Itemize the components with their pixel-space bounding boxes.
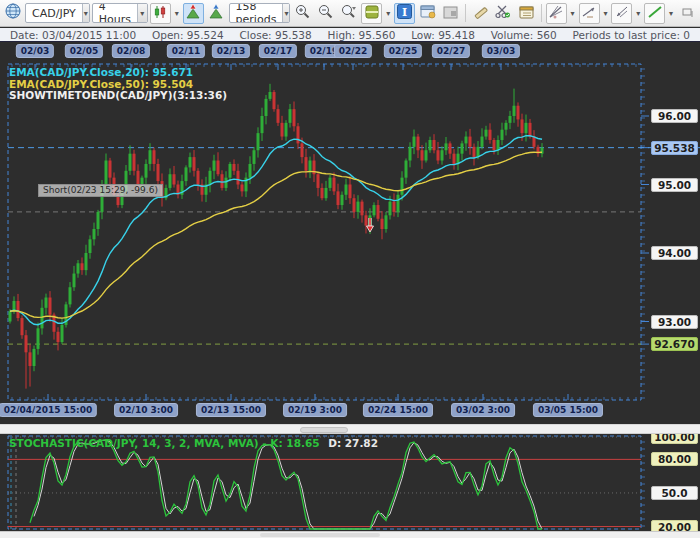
top-date-badge: 02/08 [112,44,150,58]
toolbar-separator [465,4,466,22]
main-chart-legend: EMA(CAD/JPY.Close,20): 95.671EMA(CAD/JPY… [9,67,227,102]
main-chart-panel[interactable]: EMA(CAD/JPY.Close,20): 95.671EMA(CAD/JPY… [0,42,700,424]
interval-select[interactable]: 4 Hours ▾ [92,3,148,23]
chevron-down-icon[interactable]: ▾ [282,4,289,22]
calendar-icon [519,4,534,23]
info-field: Date: 03/04/2015 11:00 [10,29,136,41]
indicator-i-icon: I [397,4,412,23]
horizontal-scrollbar[interactable] [0,424,700,434]
mountain-blue-arrow-icon [208,4,224,23]
trade-tooltip: Short(02/23 15:29, -99.6) [38,184,163,197]
bottom-time-badge: 03/02 3:00 [451,403,515,417]
bottom-time-badge: 02/04/2015 15:00 [0,403,97,417]
stoch-axis-badge: 50.0 [651,486,698,500]
stochastic-d-label: D: 27.82 [328,437,378,449]
chevron-down-icon[interactable]: ▾ [82,4,89,22]
chevron-down-icon[interactable]: ▾ [569,3,577,24]
price-axis-badge: 92.670 [651,337,698,351]
top-date-badge: 02/27 [432,44,470,58]
top-date-badge: 02/05 [65,44,103,58]
bottom-time-badge: 02/13 15:00 [196,403,266,417]
info-field: Open: 95.524 [152,29,224,41]
info-field: Volume: 560 [491,29,557,41]
svg-text:I: I [402,5,407,18]
info-field: Close: 95.538 [239,29,311,41]
symbol-select-value: CAD/JPY [26,4,82,22]
plot-border [8,64,649,400]
zoom-out-button[interactable] [315,3,336,24]
chevron-down-icon[interactable]: ▾ [634,3,642,24]
info-field: Low: 95.418 [411,29,475,41]
overflow-icon [682,4,694,23]
toolbar: CAD/JPY ▾ 4 Hours ▾ ▾ 158 periods ▾ [0,0,700,27]
line-tool-button[interactable] [644,3,665,24]
trend-arrow-icon [581,4,597,23]
grid-settings-button[interactable] [361,3,382,24]
stochastic-legend: STOCHASTIC(CAD/JPY, 14, 3, 2, MVA, MVA) … [9,437,378,449]
scrollbar-handle[interactable] [300,427,348,433]
zoom-out-icon [318,4,333,23]
stoch-border [8,436,641,529]
legend-line: EMA(CAD/JPY.Close,20): 95.671 [9,67,227,79]
measure-button[interactable] [470,3,491,24]
stoch-k-line [30,440,542,529]
bottom-time-badge: 02/10 3:00 [114,403,178,417]
scrollbar-handle[interactable] [260,533,380,537]
stochastic-panel[interactable]: STOCHASTIC(CAD/JPY, 14, 3, 2, MVA, MVA) … [0,434,700,531]
candlestick-series [9,84,544,389]
chevron-down-icon[interactable]: ▾ [602,3,610,24]
remove-periods-button[interactable] [206,3,227,24]
stoch-axis-badge: 80.00 [651,452,698,466]
price-axis-badge: 95.538 [651,141,698,155]
periods-select[interactable]: 158 periods ▾ [229,3,291,23]
price-axis-badge: 94.00 [651,246,698,260]
top-date-badge: 02/13 [212,44,250,58]
zoom-in-button[interactable] [292,3,313,24]
globe-icon [5,3,21,23]
top-date-badge: 03/03 [482,44,520,58]
bottom-time-badge: 02/24 15:00 [363,403,433,417]
chart-type-button[interactable] [150,3,171,24]
chevron-down-icon[interactable]: ▾ [173,3,181,24]
symbol-select[interactable]: CAD/JPY ▾ [25,3,90,23]
chevron-down-icon[interactable]: ▾ [384,3,392,24]
legend-line: SHOWTIMETOEND(CAD/JPY)(3:13:36) [9,90,227,102]
interval-select-value: 4 Hours [93,4,137,22]
bottom-time-badge: 02/19 3:00 [283,403,347,417]
new-window-button[interactable] [417,3,438,24]
cut-button[interactable] [493,3,514,24]
zoom-reset-button[interactable] [338,3,359,24]
overlay-line-ema50 [10,152,542,318]
info-field: Periods to last price: 0 [573,29,690,41]
price-axis-badge: 93.00 [651,315,698,329]
toolbar-overflow-button[interactable] [677,3,698,24]
calendar-button[interactable] [516,3,537,24]
instrument-globe-button[interactable] [2,3,23,24]
short-trade-arrow[interactable] [367,218,374,232]
toolbar-separator [541,4,542,22]
top-date-badge: 02/03 [16,44,54,58]
add-periods-button[interactable] [183,3,204,24]
chevron-down-icon[interactable]: ▾ [667,3,675,24]
panel-icon [443,4,458,23]
ruler-pencil-icon [473,4,488,23]
new-window-icon [420,4,436,23]
chevron-down-icon[interactable]: ▾ [137,4,147,22]
top-date-badge: 02/22 [334,44,372,58]
pitchfork-icon [548,4,564,23]
price-axis-badge: 95.00 [651,178,698,192]
overlay-line-ema20 [10,136,542,325]
scissors-icon [495,4,511,23]
panel-layout-button[interactable] [440,3,461,24]
line-icon [647,4,663,23]
indicator-button[interactable]: I [394,3,415,24]
arrows-tool-button[interactable] [611,3,632,24]
pitchfork-tool-button[interactable] [546,3,567,24]
stochastic-k-label: STOCHASTIC(CAD/JPY, 14, 3, 2, MVA, MVA) … [9,437,320,449]
bottom-time-badge: 03/05 15:00 [533,403,603,417]
trend-tool-button[interactable] [579,3,600,24]
info-field: High: 95.560 [328,29,396,41]
stoch-d-line [34,440,542,529]
trading-app-window: CAD/JPY ▾ 4 Hours ▾ ▾ 158 periods ▾ [0,0,700,538]
bottom-scrollbar[interactable] [0,531,700,538]
